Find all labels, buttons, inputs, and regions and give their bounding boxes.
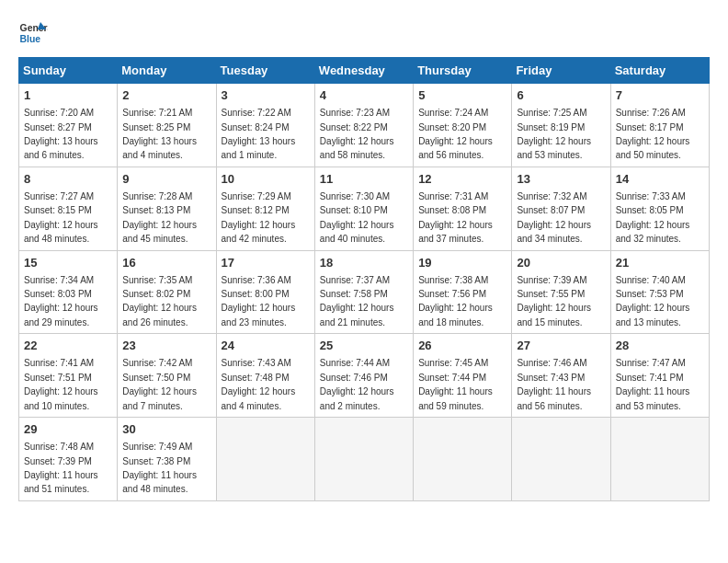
- calendar-cell: 1Sunrise: 7:20 AMSunset: 8:27 PMDaylight…: [19, 84, 118, 167]
- day-info: Sunrise: 7:29 AMSunset: 8:12 PMDaylight:…: [222, 191, 296, 244]
- day-number: 5: [418, 87, 506, 104]
- day-info: Sunrise: 7:39 AMSunset: 7:55 PMDaylight:…: [517, 275, 591, 327]
- calendar-cell: 17Sunrise: 7:36 AMSunset: 8:00 PMDayligh…: [216, 250, 314, 334]
- calendar-cell: 22Sunrise: 7:41 AMSunset: 7:51 PMDayligh…: [19, 334, 118, 418]
- calendar-header-row: SundayMondayTuesdayWednesdayThursdayFrid…: [19, 58, 710, 84]
- day-number: 11: [320, 171, 408, 188]
- calendar-cell: 15Sunrise: 7:34 AMSunset: 8:03 PMDayligh…: [19, 250, 118, 334]
- calendar-cell: 7Sunrise: 7:26 AMSunset: 8:17 PMDaylight…: [610, 84, 709, 167]
- day-number: 14: [616, 171, 704, 188]
- day-number: 23: [122, 338, 210, 354]
- day-info: Sunrise: 7:28 AMSunset: 8:13 PMDaylight:…: [122, 191, 197, 244]
- day-info: Sunrise: 7:37 AMSunset: 7:58 PMDaylight:…: [320, 275, 394, 327]
- calendar-cell: 23Sunrise: 7:42 AMSunset: 7:50 PMDayligh…: [118, 334, 216, 418]
- day-info: Sunrise: 7:45 AMSunset: 7:44 PMDaylight:…: [418, 358, 493, 410]
- calendar-cell: 20Sunrise: 7:39 AMSunset: 7:55 PMDayligh…: [512, 250, 610, 334]
- calendar-cell: 13Sunrise: 7:32 AMSunset: 8:07 PMDayligh…: [512, 167, 610, 250]
- day-number: 20: [517, 255, 605, 271]
- day-info: Sunrise: 7:47 AMSunset: 7:41 PMDaylight:…: [616, 358, 690, 410]
- svg-text:Blue: Blue: [20, 34, 41, 44]
- day-info: Sunrise: 7:31 AMSunset: 8:08 PMDaylight:…: [418, 191, 493, 244]
- day-info: Sunrise: 7:30 AMSunset: 8:10 PMDaylight:…: [320, 191, 394, 244]
- calendar-week-row: 1Sunrise: 7:20 AMSunset: 8:27 PMDaylight…: [19, 84, 710, 167]
- day-info: Sunrise: 7:21 AMSunset: 8:25 PMDaylight:…: [122, 108, 197, 160]
- calendar-cell: 25Sunrise: 7:44 AMSunset: 7:46 PMDayligh…: [314, 334, 413, 418]
- day-info: Sunrise: 7:25 AMSunset: 8:19 PMDaylight:…: [517, 108, 591, 160]
- header-tuesday: Tuesday: [216, 58, 314, 84]
- day-number: 13: [517, 171, 605, 188]
- day-info: Sunrise: 7:35 AMSunset: 8:02 PMDaylight:…: [122, 275, 197, 327]
- header-thursday: Thursday: [414, 58, 512, 84]
- day-number: 9: [122, 171, 210, 188]
- day-number: 7: [616, 87, 704, 104]
- day-info: Sunrise: 7:36 AMSunset: 8:00 PMDaylight:…: [222, 275, 296, 327]
- calendar-cell: [414, 418, 512, 501]
- day-info: Sunrise: 7:23 AMSunset: 8:22 PMDaylight:…: [320, 108, 394, 160]
- header-friday: Friday: [512, 58, 610, 84]
- day-info: Sunrise: 7:43 AMSunset: 7:48 PMDaylight:…: [222, 358, 296, 410]
- day-number: 17: [222, 255, 310, 271]
- calendar-cell: 3Sunrise: 7:22 AMSunset: 8:24 PMDaylight…: [216, 84, 314, 167]
- calendar-cell: 2Sunrise: 7:21 AMSunset: 8:25 PMDaylight…: [118, 84, 216, 167]
- calendar-cell: 14Sunrise: 7:33 AMSunset: 8:05 PMDayligh…: [610, 167, 709, 250]
- day-number: 29: [24, 421, 112, 438]
- calendar-cell: 8Sunrise: 7:27 AMSunset: 8:15 PMDaylight…: [19, 167, 118, 250]
- calendar-cell: 27Sunrise: 7:46 AMSunset: 7:43 PMDayligh…: [512, 334, 610, 418]
- calendar-cell: 4Sunrise: 7:23 AMSunset: 8:22 PMDaylight…: [314, 84, 413, 167]
- calendar-table: SundayMondayTuesdayWednesdayThursdayFrid…: [18, 57, 710, 501]
- day-number: 19: [418, 255, 506, 271]
- calendar-cell: [610, 418, 709, 501]
- day-info: Sunrise: 7:40 AMSunset: 7:53 PMDaylight:…: [616, 275, 690, 327]
- calendar-week-row: 8Sunrise: 7:27 AMSunset: 8:15 PMDaylight…: [19, 167, 710, 250]
- day-number: 4: [320, 87, 408, 104]
- calendar-cell: 26Sunrise: 7:45 AMSunset: 7:44 PMDayligh…: [414, 334, 512, 418]
- calendar-cell: 21Sunrise: 7:40 AMSunset: 7:53 PMDayligh…: [610, 250, 709, 334]
- header-saturday: Saturday: [610, 58, 709, 84]
- day-number: 21: [616, 255, 704, 271]
- logo: General Blue: [18, 18, 51, 48]
- day-info: Sunrise: 7:26 AMSunset: 8:17 PMDaylight:…: [616, 108, 690, 160]
- day-number: 15: [24, 255, 112, 271]
- day-info: Sunrise: 7:32 AMSunset: 8:07 PMDaylight:…: [517, 191, 591, 244]
- day-number: 18: [320, 255, 408, 271]
- day-number: 22: [24, 338, 112, 354]
- day-number: 12: [418, 171, 506, 188]
- day-info: Sunrise: 7:33 AMSunset: 8:05 PMDaylight:…: [616, 191, 690, 244]
- day-number: 25: [320, 338, 408, 354]
- calendar-cell: 29Sunrise: 7:48 AMSunset: 7:39 PMDayligh…: [19, 418, 118, 501]
- calendar-cell: 6Sunrise: 7:25 AMSunset: 8:19 PMDaylight…: [512, 84, 610, 167]
- day-number: 16: [122, 255, 210, 271]
- day-info: Sunrise: 7:22 AMSunset: 8:24 PMDaylight:…: [222, 108, 296, 160]
- calendar-cell: 9Sunrise: 7:28 AMSunset: 8:13 PMDaylight…: [118, 167, 216, 250]
- day-info: Sunrise: 7:41 AMSunset: 7:51 PMDaylight:…: [24, 358, 98, 410]
- day-number: 3: [222, 87, 310, 104]
- day-info: Sunrise: 7:49 AMSunset: 7:38 PMDaylight:…: [122, 442, 197, 494]
- calendar-cell: [314, 418, 413, 501]
- day-info: Sunrise: 7:38 AMSunset: 7:56 PMDaylight:…: [418, 275, 493, 327]
- day-info: Sunrise: 7:20 AMSunset: 8:27 PMDaylight:…: [24, 108, 98, 160]
- day-info: Sunrise: 7:42 AMSunset: 7:50 PMDaylight:…: [122, 358, 197, 410]
- calendar-week-row: 29Sunrise: 7:48 AMSunset: 7:39 PMDayligh…: [19, 418, 710, 501]
- day-number: 1: [24, 87, 112, 104]
- calendar-cell: 19Sunrise: 7:38 AMSunset: 7:56 PMDayligh…: [414, 250, 512, 334]
- day-info: Sunrise: 7:27 AMSunset: 8:15 PMDaylight:…: [24, 191, 98, 244]
- calendar-cell: 11Sunrise: 7:30 AMSunset: 8:10 PMDayligh…: [314, 167, 413, 250]
- logo-icon: General Blue: [18, 18, 48, 48]
- day-number: 8: [24, 171, 112, 188]
- calendar-cell: 30Sunrise: 7:49 AMSunset: 7:38 PMDayligh…: [118, 418, 216, 501]
- page-header: General Blue: [18, 18, 710, 48]
- calendar-cell: 5Sunrise: 7:24 AMSunset: 8:20 PMDaylight…: [414, 84, 512, 167]
- calendar-week-row: 22Sunrise: 7:41 AMSunset: 7:51 PMDayligh…: [19, 334, 710, 418]
- day-info: Sunrise: 7:24 AMSunset: 8:20 PMDaylight:…: [418, 108, 493, 160]
- day-number: 26: [418, 338, 506, 354]
- calendar-cell: [512, 418, 610, 501]
- calendar-cell: 16Sunrise: 7:35 AMSunset: 8:02 PMDayligh…: [118, 250, 216, 334]
- calendar-week-row: 15Sunrise: 7:34 AMSunset: 8:03 PMDayligh…: [19, 250, 710, 334]
- header-wednesday: Wednesday: [314, 58, 413, 84]
- day-number: 24: [222, 338, 310, 354]
- day-number: 27: [517, 338, 605, 354]
- day-number: 2: [122, 87, 210, 104]
- day-info: Sunrise: 7:44 AMSunset: 7:46 PMDaylight:…: [320, 358, 394, 410]
- day-info: Sunrise: 7:46 AMSunset: 7:43 PMDaylight:…: [517, 358, 591, 410]
- day-number: 30: [122, 421, 210, 438]
